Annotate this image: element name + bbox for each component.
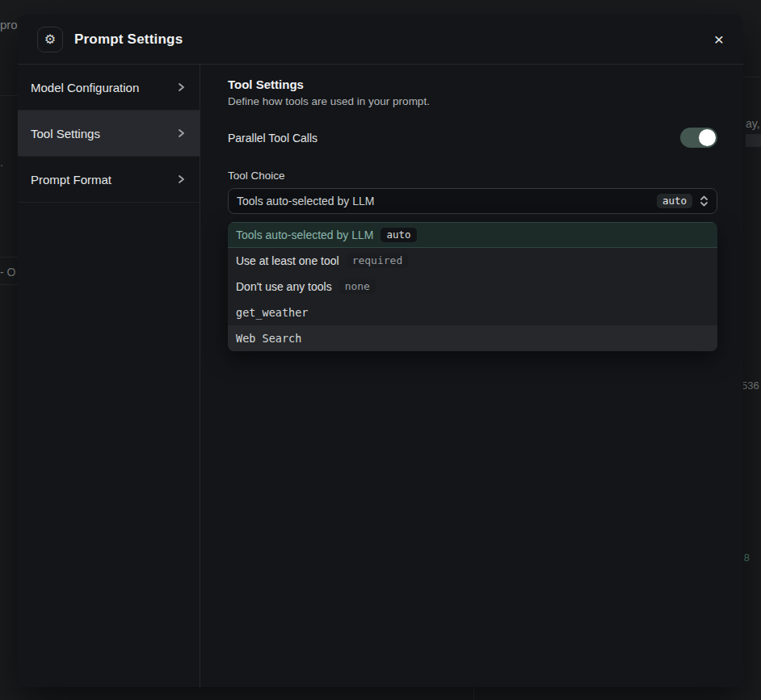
- parallel-tool-calls-label: Parallel Tool Calls: [228, 132, 317, 145]
- background-bar: [746, 134, 761, 147]
- sidebar-item-label: Model Configuration: [31, 81, 139, 94]
- chevron-right-icon: [175, 82, 187, 93]
- chevron-right-icon: [175, 174, 187, 185]
- option-label: Use at least one tool: [236, 254, 339, 267]
- dropdown-option-web-search[interactable]: Web Search: [228, 325, 717, 351]
- modal-header: ⚙ Prompt Settings ×: [18, 15, 743, 65]
- sidebar-item-model-configuration[interactable]: Model Configuration: [18, 65, 200, 111]
- selected-value: Tools auto-selected by LLM: [237, 195, 657, 207]
- background-text-fragment: pro: [0, 18, 18, 31]
- tool-choice-label: Tool Choice: [228, 170, 717, 182]
- background-divider: [743, 77, 761, 78]
- section-description: Define how tools are used in your prompt…: [228, 95, 717, 107]
- option-label: Tools auto-selected by LLM: [236, 228, 373, 241]
- option-badge: none: [339, 279, 376, 294]
- option-label: Don't use any tools: [236, 280, 332, 293]
- chevron-right-icon: [175, 128, 187, 139]
- dropdown-option-get-weather[interactable]: get_weather: [228, 300, 717, 325]
- background-divider: [473, 687, 474, 700]
- modal-body: Model Configuration Tool Settings Prompt…: [18, 65, 743, 687]
- sidebar-item-label: Tool Settings: [31, 127, 100, 140]
- background-divider: [0, 284, 18, 285]
- gear-icon: ⚙: [37, 27, 63, 52]
- option-badge: required: [347, 254, 409, 268]
- sidebar-item-prompt-format[interactable]: Prompt Format: [18, 157, 200, 203]
- option-label: get_weather: [236, 306, 308, 319]
- sidebar-item-tool-settings[interactable]: Tool Settings: [18, 111, 200, 157]
- tool-choice-dropdown: Tools auto-selected by LLM auto Use at l…: [228, 222, 717, 351]
- toggle-knob: [699, 129, 716, 146]
- section-heading: Tool Settings: [228, 78, 717, 91]
- chevron-updown-icon: [698, 195, 710, 207]
- tool-choice-select[interactable]: Tools auto-selected by LLM auto: [228, 188, 717, 214]
- gear-glyph: ⚙: [44, 31, 56, 47]
- background-text-fragment: ay,: [746, 117, 760, 130]
- background-divider: [0, 95, 18, 96]
- background-text-fragment: - O: [0, 266, 15, 279]
- background-text-fragment: .: [0, 156, 3, 169]
- background-divider: [0, 257, 18, 258]
- tool-settings-panel: Tool Settings Define how tools are used …: [200, 65, 743, 687]
- settings-sidebar: Model Configuration Tool Settings Prompt…: [18, 65, 200, 687]
- dropdown-option-auto[interactable]: Tools auto-selected by LLM auto: [228, 222, 717, 248]
- selected-value-badge: auto: [657, 194, 692, 208]
- parallel-tool-calls-toggle[interactable]: [680, 128, 717, 148]
- option-badge: auto: [380, 228, 416, 242]
- parallel-tool-calls-row: Parallel Tool Calls: [228, 128, 717, 148]
- background-text-fragment: 536: [742, 379, 759, 392]
- modal-title: Prompt Settings: [74, 31, 183, 48]
- dropdown-option-none[interactable]: Don't use any tools none: [228, 274, 717, 300]
- option-label: Web Search: [236, 332, 301, 345]
- sidebar-item-label: Prompt Format: [31, 173, 111, 187]
- dropdown-option-required[interactable]: Use at least one tool required: [228, 248, 717, 274]
- prompt-settings-modal: ⚙ Prompt Settings × Model Configuration …: [18, 15, 743, 687]
- close-icon[interactable]: ×: [714, 31, 724, 48]
